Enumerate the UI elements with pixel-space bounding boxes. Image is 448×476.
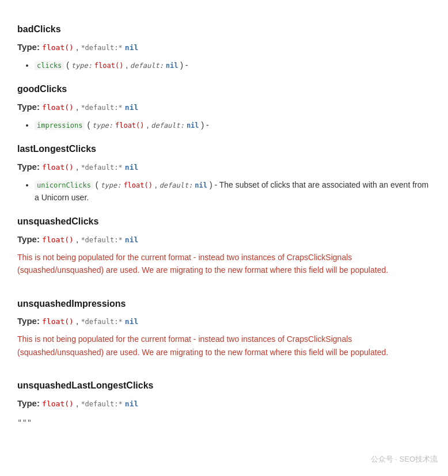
documentation-container: badClicks Type: float() , *default:* nil… — [17, 22, 431, 429]
type-line-goodClicks: Type: float() , *default:* nil — [17, 100, 431, 114]
notice-unsquashedClicks: This is not being populated for the curr… — [17, 251, 431, 277]
type-label-6: Type: — [17, 398, 40, 408]
default-star-lastLongestClicks: *default:* — [81, 163, 122, 172]
field-name-lastLongestClicks: lastLongestClicks — [17, 142, 431, 157]
default-star-unsquashedClicks: *default:* — [81, 236, 122, 244]
param-default-val-3: nil — [195, 181, 207, 189]
params-badClicks: clicks ( type: float() , default: nil ) … — [35, 59, 431, 71]
dash-sep: - — [185, 60, 188, 70]
field-name-unsquashedImpressions: unsquashedImpressions — [17, 296, 431, 311]
comma-2: , — [126, 60, 128, 70]
type-code-unsquashedImpressions: float() — [42, 317, 74, 326]
params-goodClicks: impressions ( type: float() , default: n… — [35, 119, 431, 131]
param-default-val-2: nil — [187, 121, 199, 130]
param-name-impressions: impressions — [35, 121, 85, 130]
param-default-key-2: default: — [151, 121, 184, 130]
nil-val-lastLongestClicks: nil — [125, 163, 138, 172]
paren-open: ( — [66, 60, 69, 70]
type-line-unsquashedClicks: Type: float() , *default:* nil — [17, 233, 431, 246]
param-default-val: nil — [166, 62, 179, 70]
list-item: unicornClicks ( type: float() , default:… — [35, 178, 431, 204]
nil-val-goodClicks: nil — [125, 103, 138, 112]
paren-close: ) — [180, 60, 183, 70]
param-name-unicornClicks: unicornClicks — [35, 181, 93, 190]
field-name-unsquashedLastLongestClicks: unsquashedLastLongestClicks — [17, 378, 431, 393]
type-line-lastLongestClicks: Type: float() , *default:* nil — [17, 160, 431, 174]
param-type-key: type: — [71, 62, 92, 70]
params-lastLongestClicks: unicornClicks ( type: float() , default:… — [35, 178, 431, 204]
param-type-val-3: float() — [123, 181, 153, 189]
type-line-unsquashedLastLongestClicks: Type: float() , *default:* nil — [17, 397, 431, 410]
type-code-goodClicks: float() — [42, 103, 74, 112]
param-type-val: float() — [94, 62, 124, 70]
default-star-goodClicks: *default:* — [81, 104, 122, 112]
default-star-unsquashedImpressions: *default:* — [81, 318, 122, 326]
param-type-key-2: type: — [92, 121, 113, 130]
type-line-badClicks: Type: float() , *default:* nil — [17, 40, 431, 54]
type-label-5: Type: — [17, 316, 40, 326]
param-default-key-3: default: — [160, 181, 193, 189]
type-label-2: Type: — [17, 102, 40, 112]
field-unsquashedImpressions: unsquashedImpressions Type: float() , *d… — [17, 296, 431, 368]
list-item: impressions ( type: float() , default: n… — [35, 119, 431, 131]
param-name-clicks: clicks — [35, 61, 64, 70]
field-unsquashedLastLongestClicks: unsquashedLastLongestClicks Type: float(… — [17, 378, 431, 429]
closing-code: """ — [17, 416, 431, 429]
list-item: clicks ( type: float() , default: nil ) … — [35, 59, 431, 71]
type-label-4: Type: — [17, 234, 40, 244]
nil-val-unsquashedLastLongestClicks: nil — [125, 399, 138, 408]
field-lastLongestClicks: lastLongestClicks Type: float() , *defau… — [17, 142, 431, 204]
type-code-badClicks: float() — [42, 43, 74, 52]
field-name-unsquashedClicks: unsquashedClicks — [17, 214, 431, 229]
default-star-badClicks: *default:* — [81, 44, 122, 52]
param-type-val-2: float() — [115, 121, 145, 130]
param-type-key-3: type: — [100, 181, 121, 189]
nil-val-badClicks: nil — [125, 43, 138, 52]
param-default-key: default: — [130, 62, 164, 70]
type-code-unsquashedClicks: float() — [42, 235, 74, 244]
type-label: Type: — [17, 42, 40, 52]
field-badClicks: badClicks Type: float() , *default:* nil… — [17, 22, 431, 71]
field-unsquashedClicks: unsquashedClicks Type: float() , *defaul… — [17, 214, 431, 285]
field-name-goodClicks: goodClicks — [17, 82, 431, 97]
type-code-unsquashedLastLongestClicks: float() — [42, 399, 74, 408]
field-name-badClicks: badClicks — [17, 22, 431, 37]
param-desc-unicornClicks: The subset of clicks that are associated… — [35, 180, 428, 202]
type-label-3: Type: — [17, 162, 40, 172]
default-star-unsquashedLastLongestClicks: *default:* — [81, 400, 122, 408]
nil-val-unsquashedClicks: nil — [125, 235, 138, 244]
notice-unsquashedImpressions: This is not being populated for the curr… — [17, 333, 431, 359]
nil-val-unsquashedImpressions: nil — [125, 317, 138, 326]
type-code-lastLongestClicks: float() — [42, 163, 74, 172]
type-line-unsquashedImpressions: Type: float() , *default:* nil — [17, 314, 431, 328]
field-goodClicks: goodClicks Type: float() , *default:* ni… — [17, 82, 431, 131]
